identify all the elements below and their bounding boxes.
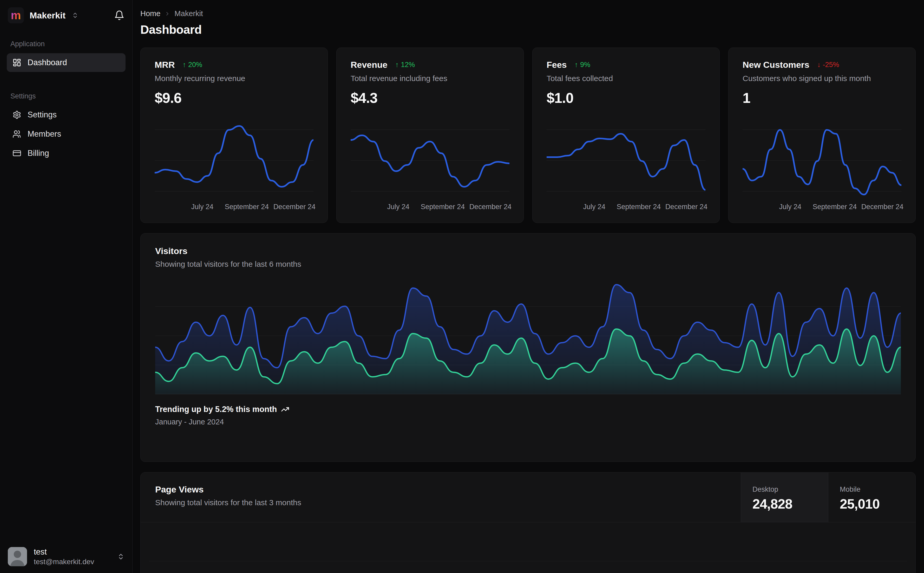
sidebar-item-members[interactable]: Members xyxy=(7,125,126,143)
axis-label: September 24 xyxy=(421,203,465,211)
workspace-switcher[interactable]: m Makerkit xyxy=(0,0,132,30)
sidebar-item-billing[interactable]: Billing xyxy=(7,144,126,163)
page-views-card: Page Views Showing total visitors for th… xyxy=(140,472,916,573)
tab-mobile-label: Mobile xyxy=(840,485,915,493)
breadcrumb-current: Makerkit xyxy=(174,9,203,18)
gear-icon xyxy=(13,110,21,119)
arrow-up-icon: ↑ xyxy=(182,61,186,69)
stat-title: Fees xyxy=(547,60,567,70)
chevrons-up-down-icon[interactable] xyxy=(72,12,78,19)
stat-value: 1 xyxy=(743,89,901,106)
stat-title: New Customers xyxy=(743,60,809,70)
axis-label: December 24 xyxy=(861,203,904,211)
axis-label: July 24 xyxy=(387,203,409,211)
stat-card-fees: Fees ↑ 9% Total fees collected $1.0 July… xyxy=(532,47,720,223)
user-menu[interactable]: test test@makerkit.dev xyxy=(0,540,132,573)
sidebar-nav: Application Dashboard Settings Settings … xyxy=(0,30,132,540)
user-name: test xyxy=(34,547,94,557)
arrow-down-icon: ↓ xyxy=(817,61,821,69)
user-email: test@makerkit.dev xyxy=(34,557,94,566)
gridline xyxy=(149,561,907,561)
trending-up-icon xyxy=(281,405,289,413)
axis-label: December 24 xyxy=(665,203,708,211)
stat-subtitle: Total revenue including fees xyxy=(351,74,510,83)
trend-badge: ↑ 12% xyxy=(395,61,415,69)
stat-card-revenue: Revenue ↑ 12% Total revenue including fe… xyxy=(336,47,524,223)
workspace-name: Makerkit xyxy=(30,10,66,20)
page-views-header: Page Views Showing total visitors for th… xyxy=(141,473,915,522)
breadcrumb: Home Makerkit xyxy=(140,9,916,18)
stat-card-mrr: MRR ↑ 20% Monthly recurring revenue $9.6… xyxy=(140,47,328,223)
tab-mobile[interactable]: Mobile 25,010 xyxy=(828,473,915,522)
nav-group-settings: Settings xyxy=(10,92,122,100)
trend-badge: ↑ 20% xyxy=(182,61,202,69)
stat-card-new-customers: New Customers ↓ -25% Customers who signe… xyxy=(728,47,916,223)
stat-value: $4.3 xyxy=(351,89,510,106)
chevrons-up-down-icon[interactable] xyxy=(117,553,124,560)
tab-mobile-value: 25,010 xyxy=(840,496,915,512)
main-content: Home Makerkit Dashboard MRR ↑ 20% Monthl… xyxy=(133,0,924,573)
x-axis-labels: July 24 September 24 December 24 xyxy=(155,203,314,215)
trend-badge: ↑ 9% xyxy=(575,61,590,69)
breadcrumb-home[interactable]: Home xyxy=(140,9,160,18)
visitors-card: Visitors Showing total visitors for the … xyxy=(140,233,916,462)
sidebar-item-label: Billing xyxy=(28,149,49,158)
bell-icon[interactable] xyxy=(114,10,124,20)
trend-value: 12% xyxy=(401,61,415,69)
credit-card-icon xyxy=(13,149,21,158)
axis-label: December 24 xyxy=(469,203,511,211)
sparkline-chart[interactable] xyxy=(547,114,705,201)
sidebar-item-label: Members xyxy=(28,129,61,139)
page-views-subtitle: Showing total visitors for the last 3 mo… xyxy=(155,498,726,507)
sidebar-item-dashboard[interactable]: Dashboard xyxy=(7,53,126,72)
tab-desktop-value: 24,828 xyxy=(753,496,828,512)
dashboard-grid-icon xyxy=(13,58,21,67)
sidebar-item-label: Dashboard xyxy=(28,58,67,67)
trend-value: 20% xyxy=(188,61,202,69)
x-axis-labels: July 24 September 24 December 24 xyxy=(547,203,705,215)
chevron-right-icon xyxy=(165,11,170,17)
page-views-bar-chart[interactable] xyxy=(149,522,907,573)
arrow-up-icon: ↑ xyxy=(575,61,578,69)
x-axis-labels: July 24 September 24 December 24 xyxy=(743,203,901,215)
visitors-trend-text: Trending up by 5.2% this month xyxy=(155,405,277,414)
axis-label: December 24 xyxy=(273,203,315,211)
tab-desktop[interactable]: Desktop 24,828 xyxy=(741,473,828,522)
sparkline-chart[interactable] xyxy=(155,114,314,201)
axis-label: September 24 xyxy=(225,203,269,211)
sidebar-item-label: Settings xyxy=(28,110,56,119)
axis-label: July 24 xyxy=(779,203,802,211)
axis-label: September 24 xyxy=(813,203,857,211)
stat-title: Revenue xyxy=(351,60,387,70)
visitors-subtitle: Showing total visitors for the last 6 mo… xyxy=(155,260,901,269)
stat-subtitle: Total fees collected xyxy=(547,74,705,83)
x-axis-labels: July 24 September 24 December 24 xyxy=(351,203,510,215)
page-title: Dashboard xyxy=(140,23,916,37)
stat-value: $9.6 xyxy=(155,89,314,106)
axis-label: July 24 xyxy=(583,203,606,211)
axis-label: September 24 xyxy=(617,203,661,211)
tab-desktop-label: Desktop xyxy=(753,485,828,493)
nav-group-application: Application xyxy=(10,40,122,48)
stat-title: MRR xyxy=(155,60,175,70)
sidebar-item-settings[interactable]: Settings xyxy=(7,105,126,124)
sparkline-chart[interactable] xyxy=(743,114,901,201)
stat-cards-row: MRR ↑ 20% Monthly recurring revenue $9.6… xyxy=(140,47,916,223)
visitors-footer: Trending up by 5.2% this month January -… xyxy=(155,405,901,426)
stat-subtitle: Customers who signed up this month xyxy=(743,74,901,83)
arrow-up-icon: ↑ xyxy=(395,61,399,69)
trend-badge: ↓ -25% xyxy=(817,61,839,69)
stat-value: $1.0 xyxy=(547,89,705,106)
user-avatar xyxy=(8,547,27,566)
stat-subtitle: Monthly recurring revenue xyxy=(155,74,314,83)
trend-value: 9% xyxy=(580,61,590,69)
makerkit-logo: m xyxy=(8,7,24,23)
visitors-date-range: January - June 2024 xyxy=(155,418,901,426)
visitors-area-chart[interactable] xyxy=(155,277,901,394)
page-views-title: Page Views xyxy=(155,484,726,495)
visitors-title: Visitors xyxy=(155,246,901,256)
axis-label: July 24 xyxy=(191,203,213,211)
trend-value: -25% xyxy=(823,61,839,69)
sparkline-chart[interactable] xyxy=(351,114,510,201)
users-icon xyxy=(13,130,21,138)
